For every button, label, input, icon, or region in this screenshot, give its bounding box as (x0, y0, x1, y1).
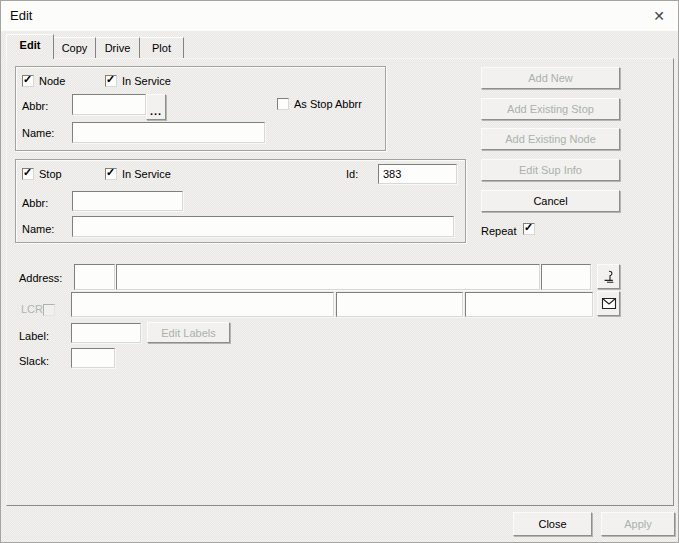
cancel-button[interactable]: Cancel (481, 190, 620, 212)
window-title: Edit (10, 8, 32, 23)
check-icon: ✓ (106, 73, 116, 85)
stop-name-input[interactable] (72, 216, 454, 237)
stop-id-input[interactable] (378, 164, 457, 184)
address-city-input[interactable] (71, 292, 334, 317)
address-suffix-input[interactable] (541, 264, 591, 290)
titlebar: Edit ✕ (1, 1, 678, 31)
stop-id-label: Id: (346, 168, 358, 180)
repeat-label: Repeat (481, 225, 516, 237)
add-existing-stop-button[interactable]: Add Existing Stop (481, 98, 620, 120)
stop-in-service-checkbox[interactable]: ✓ (105, 168, 117, 180)
edit-labels-button[interactable]: Edit Labels (147, 322, 230, 343)
lcr-label: LCR (21, 303, 43, 315)
edit-tab-page: ✓ Node ✓ In Service Abbr: ... ✓ As Stop … (6, 58, 674, 506)
check-icon: ✓ (23, 166, 33, 178)
address-state-input[interactable] (336, 292, 463, 317)
node-checkbox-label: Node (39, 75, 65, 87)
node-abbr-input[interactable] (72, 94, 146, 115)
node-groupbox: ✓ Node ✓ In Service Abbr: ... ✓ As Stop … (15, 66, 386, 151)
lcr-checkbox[interactable]: ✓ (43, 304, 55, 316)
edit-dialog: Edit ✕ Edit Copy Drive Plot ✓ Node ✓ In … (0, 0, 679, 543)
phone-icon (601, 269, 616, 285)
slack-input[interactable] (71, 348, 115, 368)
apply-button[interactable]: Apply (601, 512, 675, 536)
node-abbr-label: Abbr: (22, 100, 48, 112)
stop-checkbox-label: Stop (39, 168, 62, 180)
stop-name-label: Name: (22, 223, 54, 235)
node-name-input[interactable] (72, 122, 265, 143)
address-number-input[interactable] (74, 264, 115, 290)
abbr-browse-button[interactable]: ... (146, 94, 166, 120)
stop-abbr-label: Abbr: (22, 197, 48, 209)
label-label: Label: (19, 330, 49, 342)
stop-in-service-label: In Service (122, 168, 171, 180)
node-name-label: Name: (22, 127, 54, 139)
label-input[interactable] (71, 323, 141, 343)
mail-icon (601, 297, 617, 310)
address-label: Address: (19, 272, 62, 284)
stop-groupbox: ✓ Stop ✓ In Service Id: Abbr: Name: (15, 159, 466, 243)
mail-button[interactable] (597, 291, 620, 316)
node-in-service-label: In Service (122, 75, 171, 87)
node-in-service-checkbox[interactable]: ✓ (105, 75, 117, 87)
stop-abbr-input[interactable] (72, 191, 183, 211)
close-icon[interactable]: ✕ (649, 6, 669, 26)
add-new-button[interactable]: Add New (481, 67, 620, 89)
address-street-input[interactable] (116, 264, 540, 290)
stop-checkbox[interactable]: ✓ (22, 168, 34, 180)
dialog-client-area: Edit Copy Drive Plot ✓ Node ✓ In Service… (1, 31, 678, 542)
tab-plot[interactable]: Plot (140, 37, 184, 58)
edit-sup-info-button[interactable]: Edit Sup Info (481, 159, 620, 181)
as-stop-abbr-checkbox[interactable]: ✓ (277, 98, 289, 110)
node-checkbox[interactable]: ✓ (22, 75, 34, 87)
address-zip-input[interactable] (465, 292, 593, 317)
add-existing-node-button[interactable]: Add Existing Node (481, 128, 620, 150)
tab-drive[interactable]: Drive (96, 37, 140, 58)
check-icon: ✓ (23, 73, 33, 85)
as-stop-abbr-label: As Stop Abbrr (294, 98, 362, 110)
check-icon: ✓ (106, 166, 116, 178)
slack-label: Slack: (19, 355, 49, 367)
tab-edit[interactable]: Edit (6, 34, 54, 59)
tab-copy[interactable]: Copy (54, 37, 96, 58)
close-button[interactable]: Close (513, 512, 592, 536)
phone-button[interactable] (597, 264, 620, 289)
repeat-checkbox[interactable]: ✓ (523, 223, 535, 235)
check-icon: ✓ (524, 221, 534, 233)
